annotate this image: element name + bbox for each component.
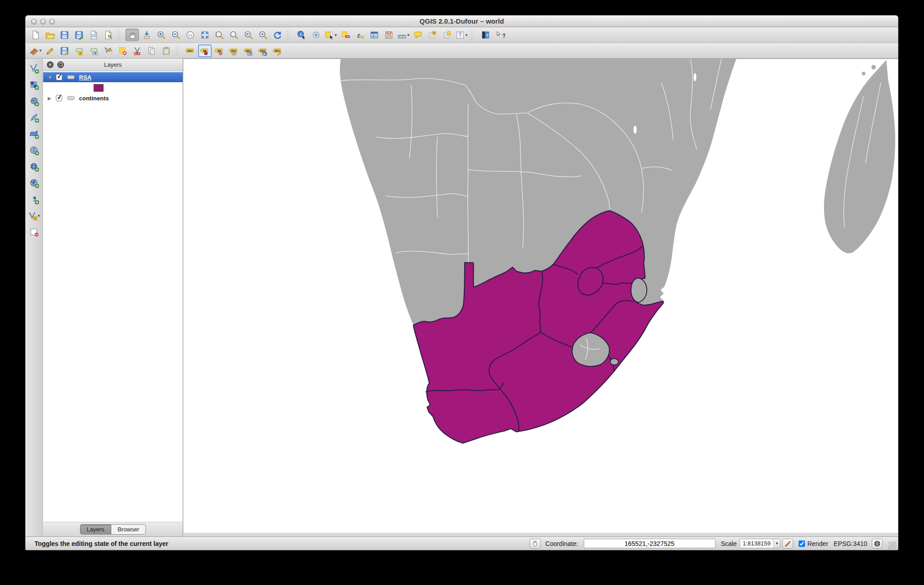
move-label-icon[interactable]: abc <box>242 45 255 57</box>
pan-map-icon[interactable] <box>125 29 139 41</box>
add-wms-layer-icon[interactable] <box>27 144 41 157</box>
highlight-pinned-labels-icon[interactable]: ab <box>213 45 226 57</box>
add-delimited-text-layer-icon[interactable] <box>27 193 41 206</box>
open-project-icon[interactable] <box>43 29 57 41</box>
island <box>862 72 865 75</box>
current-edits-icon[interactable]: ▼ <box>29 45 42 57</box>
chevron-down-icon[interactable]: ▼ <box>37 214 40 218</box>
zoom-last-icon[interactable] <box>242 29 255 41</box>
cut-features-icon[interactable] <box>130 45 144 57</box>
island <box>871 65 876 69</box>
save-project-icon[interactable] <box>58 29 71 41</box>
labeling-icon[interactable]: abc <box>184 45 197 57</box>
status-message: Toggles the editing state of the current… <box>35 540 169 547</box>
title-bar[interactable]: QGIS 2.0.1-Dufour – world <box>25 15 898 27</box>
layer-row-RSA[interactable]: ▼RSA <box>43 72 183 82</box>
move-feature-icon[interactable] <box>87 45 100 57</box>
identify-features-icon[interactable]: i <box>295 29 308 41</box>
refresh-map-icon[interactable] <box>271 29 284 41</box>
svg-text:abc: abc <box>260 49 265 52</box>
chevron-down-icon[interactable]: ▼ <box>407 33 410 37</box>
layer-visibility-checkbox[interactable] <box>56 74 62 80</box>
composer-manager-icon[interactable] <box>101 29 115 41</box>
pin-labels-icon[interactable]: ab <box>198 45 212 57</box>
change-label-icon[interactable]: abc <box>271 45 284 57</box>
text-annotation-icon[interactable]: T▼ <box>455 29 468 41</box>
zoom-to-layer-icon[interactable] <box>227 29 241 41</box>
add-feature-icon[interactable] <box>72 45 86 57</box>
layer-symbology-swatch[interactable] <box>94 84 104 92</box>
toolbar-separator <box>175 46 179 56</box>
new-print-composer-icon[interactable] <box>87 29 100 41</box>
add-spatialite-layer-icon[interactable] <box>27 111 41 124</box>
add-wcs-layer-icon[interactable] <box>27 160 41 174</box>
toggle-editing-icon[interactable] <box>43 45 57 57</box>
chevron-down-icon[interactable]: ▼ <box>465 33 468 37</box>
select-by-expression-icon[interactable]: ε <box>353 29 367 41</box>
remove-layer-icon[interactable] <box>27 225 41 239</box>
paste-features-icon[interactable] <box>159 45 173 57</box>
float-panel-icon[interactable]: ❐ <box>57 61 64 68</box>
crs-status-icon[interactable] <box>872 539 883 549</box>
select-features-icon[interactable]: ▼ <box>324 29 338 41</box>
zoom-native-icon[interactable]: 1:1 <box>184 29 197 41</box>
layer-name[interactable]: RSA <box>79 74 91 81</box>
field-calculator-icon[interactable] <box>382 29 396 41</box>
crs-label: EPSG:3410 <box>834 540 867 547</box>
add-raster-layer-icon[interactable] <box>27 78 41 92</box>
whats-this-icon[interactable]: ? <box>493 29 507 41</box>
new-shapefile-layer-icon[interactable]: ▼ <box>27 209 41 223</box>
render-checkbox[interactable] <box>799 540 805 547</box>
map-tips-icon[interactable] <box>411 29 425 41</box>
add-mssql-layer-icon[interactable] <box>27 127 41 141</box>
zoom-full-icon[interactable] <box>198 29 212 41</box>
show-bookmarks-icon[interactable] <box>440 29 454 41</box>
delete-selected-icon[interactable] <box>116 45 129 57</box>
panel-tab-browser[interactable]: Browser <box>111 524 146 535</box>
mouse-tracking-icon[interactable] <box>530 539 541 549</box>
chevron-down-icon[interactable]: ▼ <box>39 49 42 53</box>
expand-triangle-icon[interactable]: ▼ <box>48 75 53 80</box>
map-canvas[interactable] <box>184 59 898 533</box>
help-contents-icon[interactable]: ? <box>479 29 492 41</box>
scale-value: 1:8138159 <box>743 540 770 547</box>
add-postgis-layer-icon[interactable] <box>27 94 41 108</box>
layer-visibility-checkbox[interactable] <box>56 95 62 101</box>
toolbar-separator <box>287 30 290 40</box>
copy-features-icon[interactable] <box>145 45 159 57</box>
deselect-features-icon[interactable] <box>338 29 352 41</box>
close-panel-icon[interactable]: ✕ <box>47 61 54 68</box>
show-hide-labels-icon[interactable]: abc <box>227 45 241 57</box>
run-feature-action-icon[interactable] <box>309 29 323 41</box>
resize-grip[interactable] <box>888 541 896 550</box>
add-vector-layer-icon[interactable] <box>27 62 41 75</box>
chevron-down-icon[interactable]: ▼ <box>773 539 780 548</box>
stop-rendering-icon[interactable] <box>782 539 793 549</box>
rotate-label-icon[interactable]: abc <box>256 45 270 57</box>
layers-panel-title: Layers <box>43 61 183 68</box>
lake <box>634 125 637 134</box>
zoom-next-icon[interactable] <box>256 29 270 41</box>
measure-line-icon[interactable]: ▼ <box>397 29 410 41</box>
new-project-icon[interactable] <box>29 29 42 41</box>
zoom-out-icon[interactable] <box>169 29 183 41</box>
svg-text:?: ? <box>502 32 505 39</box>
zoom-in-icon[interactable] <box>154 29 168 41</box>
add-wfs-layer-icon[interactable] <box>27 176 41 190</box>
chevron-down-icon[interactable]: ▼ <box>334 33 337 37</box>
expand-triangle-icon[interactable]: ▶ <box>48 96 53 101</box>
node-tool-icon[interactable] <box>101 45 115 57</box>
pan-to-selection-icon[interactable] <box>140 29 154 41</box>
save-layer-edits-icon[interactable] <box>58 45 71 57</box>
scale-combobox[interactable]: 1:8138159 ▼ <box>740 539 780 548</box>
new-bookmark-icon[interactable] <box>426 29 439 41</box>
layer-name[interactable]: continents <box>79 95 109 102</box>
save-project-as-icon[interactable] <box>72 29 86 41</box>
zoom-to-selection-icon[interactable] <box>213 29 226 41</box>
open-attribute-table-icon[interactable] <box>368 29 381 41</box>
coordinate-input[interactable] <box>584 539 715 548</box>
layer-row-continents[interactable]: ▶continents <box>43 93 183 103</box>
map-area <box>184 59 898 533</box>
status-bar: Toggles the editing state of the current… <box>25 536 898 550</box>
panel-tab-layers[interactable]: Layers <box>80 524 111 535</box>
